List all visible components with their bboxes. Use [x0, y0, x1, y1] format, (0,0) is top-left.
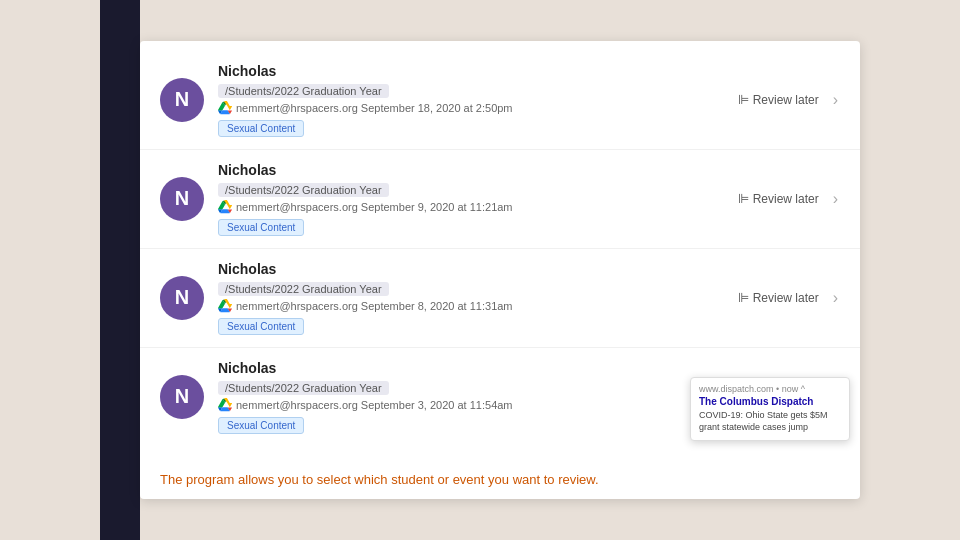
entry-path-tag: /Students/2022 Graduation Year [218, 381, 389, 395]
main-panel: NNicholas/Students/2022 Graduation Year … [140, 41, 860, 500]
sexual-content-badge: Sexual Content [218, 417, 304, 434]
entry-path-tag: /Students/2022 Graduation Year [218, 282, 389, 296]
avatar: N [160, 375, 204, 419]
entry-row: NNicholas/Students/2022 Graduation Year … [140, 348, 860, 446]
avatar: N [160, 177, 204, 221]
drive-icon [218, 101, 232, 115]
flag-icon: ⊫ [738, 290, 749, 305]
tooltip-popup: www.dispatch.com • now ^The Columbus Dis… [690, 377, 850, 441]
entry-content: Nicholas/Students/2022 Graduation Year n… [218, 360, 737, 434]
caption-text: The program allows you to select which s… [140, 456, 860, 500]
entry-actions: ⊫Review later› [732, 285, 840, 311]
entry-email-row: nemmert@hrspacers.org September 8, 2020 … [218, 299, 722, 313]
entry-row: NNicholas/Students/2022 Graduation Year … [140, 249, 860, 348]
entry-content: Nicholas/Students/2022 Graduation Year n… [218, 261, 722, 335]
entry-row: NNicholas/Students/2022 Graduation Year … [140, 150, 860, 249]
entry-name: Nicholas [218, 63, 722, 79]
chevron-right-button[interactable]: › [831, 285, 840, 311]
sexual-content-badge: Sexual Content [218, 318, 304, 335]
sexual-content-badge: Sexual Content [218, 120, 304, 137]
entry-email-row: nemmert@hrspacers.org September 9, 2020 … [218, 200, 722, 214]
entry-email-row: nemmert@hrspacers.org September 18, 2020… [218, 101, 722, 115]
entry-email: nemmert@hrspacers.org September 8, 2020 … [236, 300, 513, 312]
review-later-label: Review later [753, 93, 819, 107]
tooltip-body: COVID-19: Ohio State gets $5M grant stat… [699, 409, 841, 434]
entry-email: nemmert@hrspacers.org September 9, 2020 … [236, 201, 513, 213]
entry-name: Nicholas [218, 360, 737, 376]
entry-row: NNicholas/Students/2022 Graduation Year … [140, 51, 860, 150]
review-later-label: Review later [753, 291, 819, 305]
review-later-label: Review later [753, 192, 819, 206]
entry-actions: ⊫Review later› [732, 87, 840, 113]
avatar: N [160, 276, 204, 320]
chevron-right-button[interactable]: › [831, 186, 840, 212]
entry-email: nemmert@hrspacers.org September 3, 2020 … [236, 399, 513, 411]
avatar: N [160, 78, 204, 122]
review-later-button[interactable]: ⊫Review later [732, 286, 825, 309]
sexual-content-badge: Sexual Content [218, 219, 304, 236]
entry-content: Nicholas/Students/2022 Graduation Year n… [218, 162, 722, 236]
entry-path-tag: /Students/2022 Graduation Year [218, 84, 389, 98]
entry-actions: ⊫Review later› [732, 186, 840, 212]
drive-icon [218, 398, 232, 412]
flag-icon: ⊫ [738, 92, 749, 107]
entry-list: NNicholas/Students/2022 Graduation Year … [140, 41, 860, 456]
tooltip-title: The Columbus Dispatch [699, 396, 841, 407]
entry-content: Nicholas/Students/2022 Graduation Year n… [218, 63, 722, 137]
sidebar [100, 0, 140, 540]
review-later-button[interactable]: ⊫Review later [732, 187, 825, 210]
entry-name: Nicholas [218, 162, 722, 178]
entry-email-row: nemmert@hrspacers.org September 3, 2020 … [218, 398, 737, 412]
entry-path-tag: /Students/2022 Graduation Year [218, 183, 389, 197]
entry-email: nemmert@hrspacers.org September 18, 2020… [236, 102, 513, 114]
review-later-button[interactable]: ⊫Review later [732, 88, 825, 111]
drive-icon [218, 200, 232, 214]
entry-name: Nicholas [218, 261, 722, 277]
chevron-right-button[interactable]: › [831, 87, 840, 113]
tooltip-site: www.dispatch.com • now ^ [699, 384, 841, 394]
flag-icon: ⊫ [738, 191, 749, 206]
drive-icon [218, 299, 232, 313]
